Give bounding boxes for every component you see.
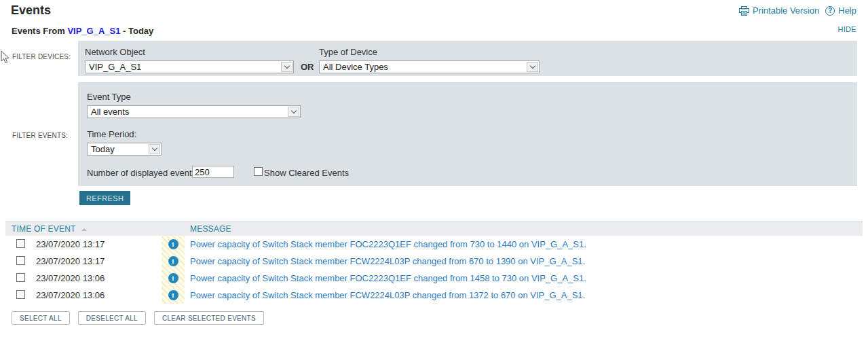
type-of-device-label: Type of Device (319, 47, 377, 57)
event-time: 23/07/2020 13:17 (36, 256, 105, 266)
info-circle-icon: i (168, 273, 178, 283)
time-period-label: Time Period: (87, 129, 136, 139)
column-message[interactable]: MESSAGE (190, 221, 231, 236)
row-checkbox[interactable] (16, 290, 25, 299)
table-header: TIME OF EVENT MESSAGE (5, 221, 863, 236)
or-label: OR (301, 62, 314, 72)
event-time: 23/07/2020 13:06 (36, 290, 105, 300)
event-message-link[interactable]: Power capacity of Switch Stack member FO… (190, 239, 586, 249)
event-time: 23/07/2020 13:17 (36, 239, 105, 249)
row-checkbox[interactable] (16, 239, 25, 248)
event-message-link[interactable]: Power capacity of Switch Stack member FC… (190, 256, 585, 266)
table-row: 23/07/2020 13:06 i Power capacity of Swi… (0, 270, 868, 287)
top-links: Printable Version ? Help (739, 5, 856, 16)
network-object-select[interactable]: VIP_G_A_S1 (85, 60, 294, 73)
chevron-down-icon (149, 144, 160, 154)
event-type-value: All events (91, 107, 129, 118)
chevron-down-icon (527, 62, 538, 72)
clear-selected-button[interactable]: CLEAR SELECTED EVENTS (154, 311, 264, 325)
table-row: 23/07/2020 13:17 i Power capacity of Swi… (0, 236, 868, 253)
page-title: Events (11, 3, 51, 18)
info-circle-icon: i (168, 256, 178, 266)
table-row: 23/07/2020 13:17 i Power capacity of Swi… (0, 253, 868, 270)
network-object-value: VIP_G_A_S1 (89, 62, 141, 73)
displayed-events-input[interactable] (192, 166, 234, 178)
events-from-heading: Events From VIP_G_A_S1 - Today (12, 26, 153, 36)
severity-cell: i (162, 236, 185, 253)
printer-icon (739, 6, 749, 16)
event-message-link[interactable]: Power capacity of Switch Stack member FC… (190, 290, 585, 300)
subtitle-prefix: Events From (12, 26, 65, 36)
refresh-button[interactable]: REFRESH (79, 191, 130, 205)
subtitle-suffix: - Today (123, 26, 153, 36)
deselect-all-button[interactable]: DESELECT ALL (78, 311, 146, 325)
event-time: 23/07/2020 13:06 (36, 273, 105, 283)
column-label: MESSAGE (190, 224, 231, 234)
select-all-button[interactable]: SELECT ALL (12, 311, 70, 325)
show-cleared-label: Show Cleared Events (264, 168, 349, 178)
filter-devices-panel: Network Object VIP_G_A_S1 OR Type of Dev… (78, 41, 857, 76)
filter-events-label: FILTER EVENTS: (12, 132, 68, 139)
hide-link[interactable]: HIDE (838, 25, 856, 33)
filter-devices-label: FILTER DEVICES: (12, 53, 71, 60)
severity-cell: i (162, 287, 185, 304)
type-of-device-select[interactable]: All Device Types (319, 60, 540, 73)
time-period-select[interactable]: Today (87, 143, 162, 156)
table-actions: SELECT ALL DESELECT ALL CLEAR SELECTED E… (12, 311, 264, 325)
severity-cell: i (162, 270, 185, 287)
device-link[interactable]: VIP_G_A_S1 (67, 26, 120, 36)
severity-cell: i (162, 253, 185, 270)
info-circle-icon: i (168, 239, 178, 249)
chevron-down-icon (288, 107, 299, 117)
network-object-label: Network Object (85, 47, 145, 57)
column-time-of-event[interactable]: TIME OF EVENT (12, 221, 87, 236)
sort-caret-icon (81, 228, 87, 231)
time-period-value: Today (91, 144, 115, 155)
mouse-cursor (1, 50, 10, 64)
event-type-label: Event Type (87, 92, 131, 102)
event-message-link[interactable]: Power capacity of Switch Stack member FO… (190, 273, 586, 283)
printable-version-link[interactable]: Printable Version (753, 5, 819, 16)
chevron-down-icon (281, 62, 293, 72)
table-row: 23/07/2020 13:06 i Power capacity of Swi… (0, 287, 868, 304)
info-circle-icon: i (168, 290, 178, 300)
column-label: TIME OF EVENT (12, 224, 76, 234)
event-type-select[interactable]: All events (87, 105, 301, 118)
row-checkbox[interactable] (16, 256, 25, 265)
question-circle-icon: ? (825, 6, 835, 16)
row-checkbox[interactable] (16, 273, 25, 282)
show-cleared-checkbox[interactable] (254, 167, 263, 176)
type-of-device-value: All Device Types (323, 62, 388, 73)
help-link[interactable]: Help (838, 5, 856, 16)
displayed-events-label: Number of displayed events: (87, 168, 199, 178)
events-table: 23/07/2020 13:17 i Power capacity of Swi… (0, 236, 868, 304)
filter-events-panel: Event Type All events Time Period: Today… (78, 82, 857, 186)
